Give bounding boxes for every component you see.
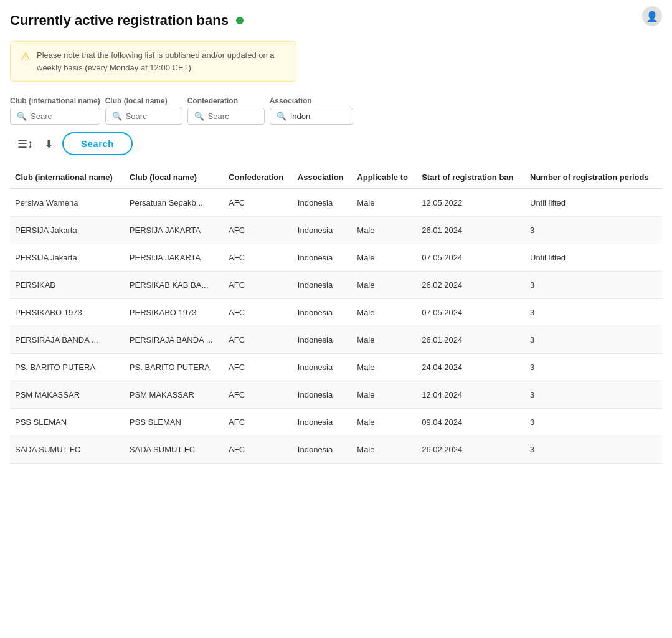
table-row: PERSIKAB PERSIKAB KAB BA... AFC Indonesi… [10,272,662,299]
cell-club-local: PERSIKAB KAB BA... [125,272,224,299]
data-table: Club (international name) Club (local na… [10,166,662,464]
cell-club-intl: Persiwa Wamena [10,189,125,217]
cell-num-periods: 3 [525,354,662,381]
table-row: PSM MAKASSAR PSM MAKASSAR AFC Indonesia … [10,381,662,409]
filter-confederation-label: Confederation [187,97,265,105]
cell-start-ban: 09.04.2024 [417,409,525,436]
cell-num-periods: 3 [525,326,662,354]
alert-box: ⚠ Please note that the following list is… [10,41,296,82]
col-applicable-to: Applicable to [352,166,417,189]
search-icon-1: 🔍 [17,112,27,121]
cell-num-periods: 3 [525,436,662,464]
cell-club-local: PERSIJA JAKARTA [125,244,224,272]
page-title-row: Currently active registration bans [10,12,662,29]
cell-confederation: AFC [224,381,293,409]
cell-confederation: AFC [224,299,293,326]
filter-confederation-input[interactable] [208,112,258,121]
col-start-ban: Start of registration ban [417,166,525,189]
cell-confederation: AFC [224,272,293,299]
filter-club-local-input-wrap[interactable]: 🔍 [105,108,182,125]
cell-club-intl: PERSIKAB [10,272,125,299]
live-indicator [236,17,244,24]
cell-club-intl: PERSIJA Jakarta [10,217,125,244]
cell-club-local: PERSIRAJA BANDA ... [125,326,224,354]
alert-icon: ⚠ [21,50,31,64]
clear-filters-button[interactable]: ☰↕ [15,135,35,153]
cell-num-periods: 3 [525,217,662,244]
cell-confederation: AFC [224,189,293,217]
table-header-row: Club (international name) Club (local na… [10,166,662,189]
cell-club-local: PS. BARITO PUTERA [125,354,224,381]
user-avatar[interactable]: 👤 [642,6,662,26]
cell-club-local: PSS SLEMAN [125,409,224,436]
cell-association: Indonesia [293,189,352,217]
cell-confederation: AFC [224,354,293,381]
filter-club-local-input[interactable] [126,112,176,121]
search-icon-4: 🔍 [277,112,286,121]
cell-confederation: AFC [224,244,293,272]
col-confederation: Confederation [224,166,293,189]
cell-club-intl: PERSIRAJA BANDA ... [10,326,125,354]
filter-club-intl-input[interactable] [31,112,80,121]
filter-club-intl: Club (international name) 🔍 [10,97,100,125]
cell-start-ban: 12.05.2022 [417,189,525,217]
clear-filters-icon: ☰↕ [17,138,33,150]
table-row: PERSIJA Jakarta PERSIJA JAKARTA AFC Indo… [10,217,662,244]
table-row: PSS SLEMAN PSS SLEMAN AFC Indonesia Male… [10,409,662,436]
cell-applicable-to: Male [352,244,417,272]
cell-confederation: AFC [224,217,293,244]
col-num-periods: Number of registration periods [525,166,662,189]
filter-association-label: Association [270,97,353,105]
cell-club-intl: PS. BARITO PUTERA [10,354,125,381]
cell-start-ban: 07.05.2024 [417,244,525,272]
cell-association: Indonesia [293,217,352,244]
filter-club-intl-input-wrap[interactable]: 🔍 [10,108,100,125]
cell-confederation: AFC [224,436,293,464]
col-club-local: Club (local name) [125,166,224,189]
cell-confederation: AFC [224,409,293,436]
search-icon-3: 🔍 [194,112,204,121]
cell-club-local: SADA SUMUT FC [125,436,224,464]
cell-applicable-to: Male [352,272,417,299]
table-row: SADA SUMUT FC SADA SUMUT FC AFC Indonesi… [10,436,662,464]
cell-club-local: PSM MAKASSAR [125,381,224,409]
search-button[interactable]: Search [62,132,133,155]
cell-start-ban: 26.02.2024 [417,272,525,299]
cell-applicable-to: Male [352,189,417,217]
cell-club-intl: PSM MAKASSAR [10,381,125,409]
filter-confederation: Confederation 🔍 [187,97,265,125]
user-icon: 👤 [646,11,658,22]
table-row: PERSIKABO 1973 PERSIKABO 1973 AFC Indone… [10,299,662,326]
cell-club-local: PERSIKABO 1973 [125,299,224,326]
cell-applicable-to: Male [352,436,417,464]
cell-num-periods: 3 [525,299,662,326]
filter-association: Association 🔍 [270,97,353,125]
col-association: Association [293,166,352,189]
cell-club-intl: PERSIKABO 1973 [10,299,125,326]
table-row: PERSIRAJA BANDA ... PERSIRAJA BANDA ... … [10,326,662,354]
cell-association: Indonesia [293,381,352,409]
cell-club-local: Persatuan Sepakb... [125,189,224,217]
cell-club-intl: PERSIJA Jakarta [10,244,125,272]
alert-text: Please note that the following list is p… [37,49,286,74]
cell-start-ban: 24.04.2024 [417,354,525,381]
cell-start-ban: 07.05.2024 [417,299,525,326]
cell-association: Indonesia [293,409,352,436]
toolbar-row: ☰↕ ⬇ Search [15,132,662,155]
search-icon-2: 🔍 [112,112,122,121]
filter-association-input-wrap[interactable]: 🔍 [270,108,353,125]
cell-applicable-to: Male [352,217,417,244]
filter-confederation-input-wrap[interactable]: 🔍 [187,108,265,125]
cell-start-ban: 26.01.2024 [417,326,525,354]
download-button[interactable]: ⬇ [42,135,56,153]
table-row: PERSIJA Jakarta PERSIJA JAKARTA AFC Indo… [10,244,662,272]
cell-start-ban: 12.04.2024 [417,381,525,409]
cell-applicable-to: Male [352,381,417,409]
cell-num-periods: 3 [525,381,662,409]
filter-club-intl-label: Club (international name) [10,97,100,105]
page-container: 👤 Currently active registration bans ⚠ P… [0,0,672,638]
cell-club-local: PERSIJA JAKARTA [125,217,224,244]
cell-start-ban: 26.02.2024 [417,436,525,464]
filter-association-input[interactable] [290,112,346,121]
cell-association: Indonesia [293,272,352,299]
